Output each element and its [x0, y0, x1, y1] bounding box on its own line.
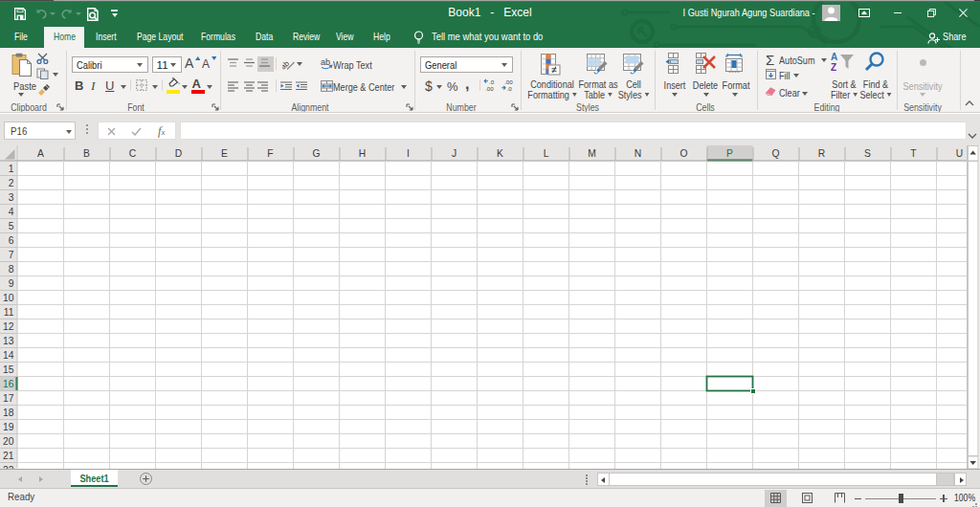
svg-text:C: C	[129, 148, 137, 159]
svg-text:13: 13	[3, 336, 14, 346]
svg-text:Z: Z	[831, 62, 836, 72]
svg-text:.00: .00	[485, 85, 494, 91]
svg-text:D: D	[175, 148, 182, 159]
svg-text:20: 20	[3, 436, 14, 447]
svg-text:M: M	[588, 148, 596, 159]
svg-text:6: 6	[9, 235, 14, 246]
svg-text:18: 18	[3, 408, 14, 418]
svg-text:T: T	[910, 148, 917, 159]
svg-text:21: 21	[3, 451, 14, 461]
svg-text:10: 10	[3, 293, 14, 303]
svg-text:1: 1	[9, 164, 14, 174]
svg-text:19: 19	[3, 422, 14, 432]
svg-text:L: L	[544, 148, 549, 159]
svg-text:O: O	[679, 148, 687, 159]
svg-text:B: B	[83, 148, 90, 159]
svg-text:5: 5	[9, 221, 14, 231]
svg-text:8: 8	[9, 264, 14, 275]
svg-text:7: 7	[9, 250, 14, 260]
svg-text:H: H	[359, 148, 366, 159]
svg-text:R: R	[818, 148, 825, 159]
svg-text:P: P	[726, 148, 733, 159]
svg-text:A: A	[37, 148, 44, 159]
svg-text:E: E	[221, 148, 228, 159]
svg-text:N: N	[635, 148, 641, 159]
svg-text:I: I	[407, 148, 410, 159]
svg-text:4: 4	[9, 207, 14, 217]
svg-text:17: 17	[3, 393, 14, 404]
svg-text:Q: Q	[771, 148, 779, 159]
svg-text:K: K	[497, 148, 503, 159]
svg-text:.0: .0	[507, 85, 513, 91]
svg-text:9: 9	[9, 278, 14, 289]
svg-text:11: 11	[4, 307, 14, 318]
svg-text:A: A	[831, 52, 837, 62]
svg-text:J: J	[452, 148, 457, 159]
svg-text:12: 12	[3, 321, 14, 332]
svg-text:16: 16	[3, 379, 14, 389]
svg-text:ab: ab	[282, 58, 291, 70]
svg-text:3: 3	[9, 192, 14, 203]
svg-text:15: 15	[3, 364, 14, 375]
svg-text:U: U	[956, 148, 963, 159]
svg-text:14: 14	[3, 350, 14, 361]
svg-text:G: G	[312, 148, 320, 159]
svg-text:S: S	[864, 148, 871, 159]
svg-text:2: 2	[9, 178, 14, 188]
svg-text:F: F	[267, 148, 273, 159]
